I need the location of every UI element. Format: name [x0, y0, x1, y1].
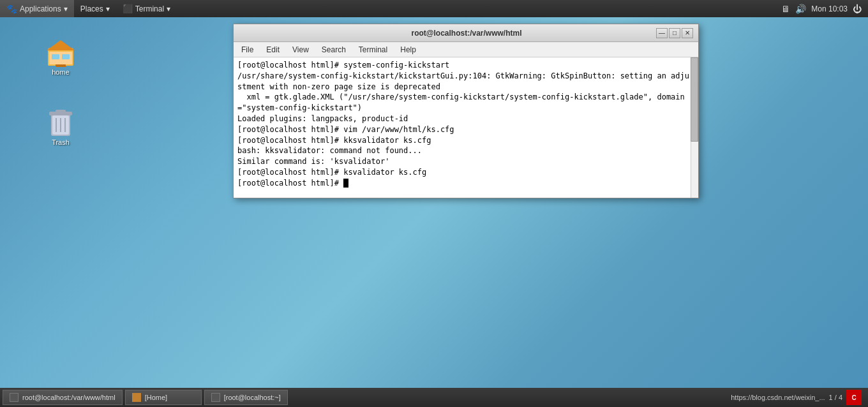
terminal-arrow: ▾: [167, 4, 170, 13]
terminal-label: Terminal: [135, 4, 164, 13]
volume-icon: 🔊: [795, 4, 806, 14]
datetime-display: Mon 10:03: [811, 4, 848, 13]
terminal-content-wrapper: [root@localhost html]# system-config-kic…: [234, 57, 698, 198]
terminal-menubar: File Edit View Search Terminal Help: [234, 42, 698, 57]
top-panel: 🐾 Applications ▾ Places ▾ ⬛ Terminal ▾ 🖥…: [0, 0, 868, 17]
maximize-button[interactable]: □: [669, 28, 680, 38]
menu-file[interactable]: File: [236, 44, 258, 56]
taskbar-terminal[interactable]: root@localhost:/var/www/html: [3, 390, 123, 405]
taskbar-home-icon: [132, 393, 141, 402]
home-icon-label: home: [52, 68, 70, 76]
page-info: 1 / 4: [829, 394, 842, 401]
applications-label: Applications: [20, 4, 61, 13]
top-panel-right: 🖥 🔊 Mon 10:03 ⏻: [781, 4, 868, 14]
scrollbar-thumb[interactable]: [691, 57, 698, 142]
taskbar-home[interactable]: [Home]: [125, 390, 202, 405]
taskbar-terminal-icon: [10, 393, 19, 402]
taskbar-root[interactable]: [root@localhost:~]: [204, 390, 288, 405]
terminal-scrollbar[interactable]: [691, 57, 698, 198]
terminal-text: [root@localhost html]# system-config-kic…: [237, 60, 689, 189]
trash-bin-icon: [45, 107, 76, 137]
csdn-url: https://blog.csdn.net/weixin_...: [731, 394, 825, 401]
minimize-button[interactable]: —: [656, 28, 668, 38]
terminal-titlebar: root@localhost:/var/www/html — □ ✕: [234, 24, 698, 42]
taskbar: root@localhost:/var/www/html [Home] [roo…: [0, 388, 868, 407]
desktop-icon-trash[interactable]: Trash: [35, 107, 86, 146]
close-button[interactable]: ✕: [682, 28, 693, 38]
terminal-menu[interactable]: ⬛ Terminal ▾: [116, 0, 177, 17]
home-folder-icon: [45, 36, 76, 67]
svg-rect-10: [56, 110, 66, 113]
terminal-icon: ⬛: [123, 4, 133, 13]
power-icon[interactable]: ⏻: [853, 4, 862, 14]
applications-menu[interactable]: 🐾 Applications ▾: [0, 0, 74, 17]
top-panel-left: 🐾 Applications ▾ Places ▾ ⬛ Terminal ▾: [0, 0, 177, 17]
desktop-icon-home[interactable]: home: [35, 36, 86, 76]
menu-edit[interactable]: Edit: [261, 44, 285, 56]
taskbar-root-icon: [211, 393, 220, 402]
taskbar-root-label: [root@localhost:~]: [224, 394, 281, 401]
csdn-logo: C: [846, 390, 862, 405]
svg-rect-6: [62, 54, 70, 59]
menu-view[interactable]: View: [287, 44, 314, 56]
terminal-cursor: [343, 179, 348, 188]
desktop: home Trash root@localhost:/var/www/html: [0, 17, 868, 388]
places-menu[interactable]: Places ▾: [74, 0, 116, 17]
menu-terminal[interactable]: Terminal: [354, 44, 393, 56]
gnome-foot-icon: 🐾: [6, 4, 17, 14]
taskbar-right: https://blog.csdn.net/weixin_... 1 / 4 C: [731, 390, 865, 405]
taskbar-terminal-label: root@localhost:/var/www/html: [22, 394, 116, 401]
svg-marker-2: [47, 40, 75, 50]
places-label: Places: [80, 4, 103, 13]
menu-help[interactable]: Help: [395, 44, 421, 56]
svg-rect-5: [52, 54, 59, 59]
window-controls: — □ ✕: [656, 28, 693, 38]
terminal-window: root@localhost:/var/www/html — □ ✕ File …: [233, 24, 699, 198]
applications-arrow: ▾: [64, 4, 68, 13]
trash-icon-label: Trash: [52, 138, 70, 146]
taskbar-home-label: [Home]: [145, 394, 167, 401]
terminal-window-title: root@localhost:/var/www/html: [277, 29, 656, 38]
terminal-output[interactable]: [root@localhost html]# system-config-kic…: [234, 57, 698, 198]
places-arrow: ▾: [106, 4, 110, 13]
monitor-icon: 🖥: [781, 4, 790, 14]
menu-search[interactable]: Search: [317, 44, 351, 56]
